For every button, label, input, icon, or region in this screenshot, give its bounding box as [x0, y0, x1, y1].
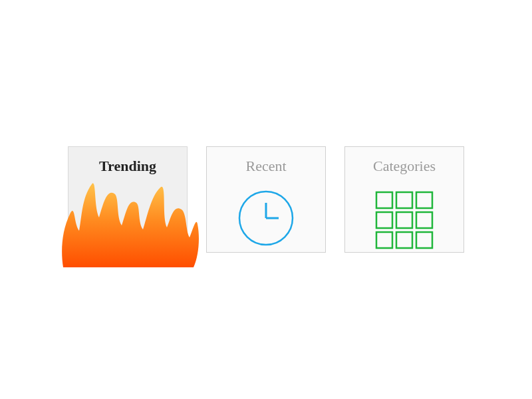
tile-trending-label: Trending	[99, 158, 156, 175]
svg-rect-3	[376, 192, 392, 208]
svg-rect-9	[376, 232, 392, 248]
clock-icon	[236, 188, 296, 251]
svg-rect-11	[416, 232, 432, 248]
svg-rect-10	[396, 232, 412, 248]
tile-trending[interactable]: Trending	[68, 146, 188, 253]
tile-recent-label: Recent	[245, 158, 286, 175]
tile-recent[interactable]: Recent	[206, 146, 326, 253]
svg-rect-7	[396, 212, 412, 228]
tile-categories[interactable]: Categories	[344, 146, 464, 253]
navigation-tiles: Trending Recent	[68, 146, 464, 253]
svg-rect-4	[396, 192, 412, 208]
svg-rect-8	[416, 212, 432, 228]
tile-categories-label: Categories	[373, 158, 436, 175]
svg-rect-5	[416, 192, 432, 208]
svg-rect-6	[376, 212, 392, 228]
grid-icon	[371, 187, 438, 256]
